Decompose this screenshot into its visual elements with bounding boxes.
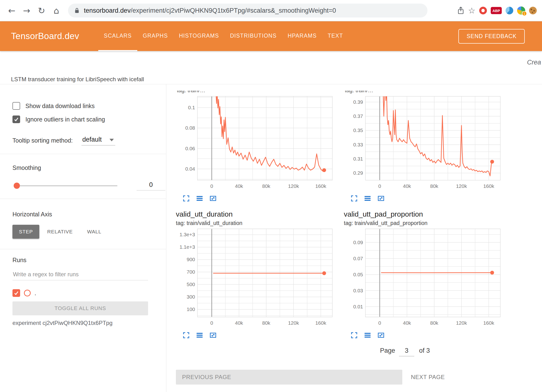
smoothing-slider-thumb[interactable] (14, 183, 20, 189)
chart-title: valid_utt_duration (176, 210, 335, 218)
smoothing-slider[interactable] (14, 185, 117, 186)
runs-selector-icon[interactable] (196, 332, 203, 339)
svg-text:0.04: 0.04 (185, 166, 195, 172)
run-color-swatch (24, 290, 31, 296)
ignore-outliers-checkbox[interactable] (12, 115, 20, 123)
tooltip-sorting-label: Tooltip sorting method: (12, 137, 73, 144)
forward-icon[interactable]: → (20, 4, 33, 17)
chart-tag: tag: train/valid_utt_duration (176, 220, 335, 226)
adblock-extension-icon[interactable] (479, 7, 487, 14)
svg-text:0.1: 0.1 (188, 105, 195, 110)
fit-domain-icon[interactable] (377, 195, 385, 202)
svg-text:120k: 120k (288, 183, 299, 189)
svg-text:0.05: 0.05 (353, 272, 363, 277)
svg-text:80k: 80k (430, 183, 438, 189)
cookie-icon[interactable] (529, 7, 537, 14)
axis-relative-button[interactable]: RELATIVE (41, 225, 79, 239)
profile-avatar[interactable]: 1 (517, 6, 525, 15)
tab-distributions[interactable]: DISTRIBUTIONS (225, 21, 282, 51)
runs-selector-icon[interactable] (364, 195, 371, 202)
experiment-description: LSTM transducer training for LibriSpeech… (0, 74, 542, 84)
show-download-links-checkbox[interactable] (12, 102, 20, 110)
expand-chart-icon[interactable] (351, 332, 358, 339)
tab-graphs[interactable]: GRAPHS (137, 21, 173, 51)
expand-chart-icon[interactable] (183, 195, 190, 202)
back-icon[interactable]: ← (5, 4, 18, 17)
url-domain: tensorboard.dev (84, 7, 131, 14)
previous-page-button[interactable]: PREVIOUS PAGE (176, 370, 402, 385)
svg-text:160k: 160k (483, 183, 494, 189)
profile-badge: 1 (522, 11, 527, 16)
check-icon (13, 116, 19, 122)
expand-chart-icon[interactable] (351, 195, 358, 202)
chart-card: tag: train/… 040k80k120k160k0.040.060.08… (176, 91, 335, 202)
url-bar[interactable]: tensorboard.dev/experiment/cj2vtPiwQHKN9… (68, 4, 427, 17)
svg-text:40k: 40k (403, 320, 411, 326)
svg-text:0: 0 (210, 320, 213, 326)
tooltip-sorting-select[interactable]: default (81, 135, 115, 145)
scalar-chart[interactable]: 040k80k120k160k1003005007009001.1e+31.3e… (176, 228, 335, 328)
svg-text:40k: 40k (403, 183, 411, 189)
axis-step-button[interactable]: STEP (12, 225, 39, 239)
svg-text:300: 300 (187, 294, 195, 300)
subheader: Crea (0, 51, 542, 74)
scalar-chart[interactable]: 040k80k120k160k0.010.030.050.070.09 (344, 228, 503, 328)
page-number-input[interactable] (399, 347, 414, 356)
abp-extension-icon[interactable]: ABP (491, 7, 502, 14)
bookmark-star-icon[interactable]: ☆ (468, 6, 475, 15)
svg-text:80k: 80k (262, 183, 270, 189)
chart-title: valid_utt_pad_proportion (344, 210, 503, 218)
pagination: Page of 3 (380, 347, 542, 356)
tab-hparams[interactable]: HPARAMS (282, 21, 322, 51)
charts-panel: tag: train/… 040k80k120k160k0.040.060.08… (166, 84, 542, 392)
fit-domain-icon[interactable] (209, 195, 217, 202)
expand-chart-icon[interactable] (183, 332, 190, 339)
svg-text:160k: 160k (315, 183, 326, 189)
next-page-button[interactable]: NEXT PAGE (411, 374, 445, 380)
svg-text:100: 100 (187, 306, 195, 312)
scalar-chart[interactable]: 040k80k120k160k0.290.310.330.350.370.39 (344, 95, 503, 191)
page-total-label: of 3 (419, 347, 430, 354)
run-checkbox[interactable] (12, 289, 20, 297)
tab-histograms[interactable]: HISTOGRAMS (173, 21, 225, 51)
runs-filter-input[interactable] (12, 270, 148, 280)
ignore-outliers-label: Ignore outliers in chart scaling (25, 116, 105, 123)
send-feedback-button[interactable]: SEND FEEDBACK (458, 29, 525, 44)
show-download-links-label: Show data download links (25, 103, 95, 110)
toggle-all-runs-button[interactable]: TOGGLE ALL RUNS (12, 301, 148, 315)
runs-selector-icon[interactable] (364, 332, 371, 339)
runs-selector-icon[interactable] (196, 195, 203, 202)
tab-text[interactable]: TEXT (322, 21, 349, 51)
svg-text:40k: 40k (235, 320, 243, 326)
scalar-chart[interactable]: 040k80k120k160k0.040.060.080.1 (176, 95, 335, 191)
refresh-icon[interactable]: ↻ (35, 4, 48, 17)
axis-wall-button[interactable]: WALL (81, 225, 108, 239)
svg-text:0.39: 0.39 (353, 99, 363, 105)
settings-sidebar: Show data download links Ignore outliers… (0, 84, 166, 392)
svg-text:40k: 40k (235, 183, 243, 189)
url-text: tensorboard.dev/experiment/cj2vtPiwQHKN9… (84, 7, 336, 14)
svg-text:0.03: 0.03 (353, 288, 363, 293)
svg-text:160k: 160k (315, 320, 326, 326)
fit-domain-icon[interactable] (377, 332, 385, 339)
share-icon[interactable] (457, 6, 464, 15)
fit-domain-icon[interactable] (209, 332, 217, 339)
extension-icon[interactable] (506, 7, 513, 14)
home-icon[interactable]: ⌂ (50, 4, 63, 17)
svg-text:0.01: 0.01 (353, 304, 363, 309)
svg-text:0.07: 0.07 (353, 256, 363, 261)
chart-card: valid_utt_duration tag: train/valid_utt_… (176, 210, 335, 339)
smoothing-value-input[interactable]: 0 (137, 181, 165, 190)
svg-text:900: 900 (187, 257, 195, 262)
clipped-chart-tag: tag: train/… (177, 91, 335, 94)
app-logo: TensorBoard.dev (11, 31, 79, 41)
svg-text:1.1e+3: 1.1e+3 (179, 244, 195, 250)
horizontal-axis-label: Horizontal Axis (12, 211, 52, 218)
svg-text:120k: 120k (288, 320, 299, 326)
svg-text:700: 700 (187, 269, 195, 275)
tab-scalars[interactable]: SCALARS (98, 21, 137, 51)
svg-text:0.06: 0.06 (185, 146, 195, 151)
svg-text:0.09: 0.09 (353, 240, 363, 245)
chart-card: valid_utt_pad_proportion tag: train/vali… (344, 210, 503, 339)
svg-text:0.37: 0.37 (353, 113, 363, 119)
